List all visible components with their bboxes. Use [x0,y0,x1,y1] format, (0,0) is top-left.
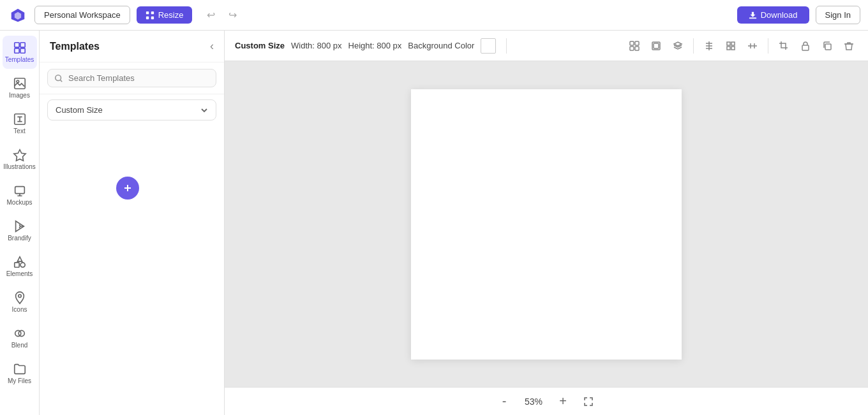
panel-filter-area: Custom Size [40,94,224,126]
sidebar-item-label: My Files [8,377,31,385]
sidebar-item-illustrations[interactable]: Illustrations [3,143,37,176]
sidebar-item-blend[interactable]: Blend [3,321,37,354]
layers-button[interactable] [669,37,687,55]
bg-color-swatch[interactable] [481,38,496,54]
search-input[interactable] [68,73,209,83]
svg-rect-21 [630,41,634,45]
search-box [47,69,216,87]
sidebar-item-text[interactable]: Text [3,107,37,140]
app-logo[interactable] [8,5,28,25]
canvas-size-label: Custom Size [235,41,285,50]
sidebar-item-label: Icons [12,306,27,314]
canvas-width-label: Width: 800 px [291,41,342,50]
filter-dropdown[interactable]: Custom Size [47,99,216,120]
resize-button[interactable]: Resize [137,6,193,24]
filter-label: Custom Size [56,105,103,115]
canvas-size-info: Custom Size Width: 800 px Height: 800 px… [235,38,496,54]
canvas-white-area[interactable] [411,89,682,360]
sidebar-item-label: Brandify [8,235,31,242]
main-layout: Templates Images Text Illustrations [0,31,868,415]
svg-rect-29 [727,47,730,50]
sidebar-item-label: Blend [11,342,28,349]
svg-rect-26 [654,43,659,48]
canvas-area: Custom Size Width: 800 px Height: 800 px… [225,31,868,415]
workspace-button[interactable]: Personal Workspace [34,6,130,24]
panel-collapse-button[interactable]: ‹ [210,40,214,53]
sidebar-item-images[interactable]: Images [3,71,37,105]
sidebar-item-icons[interactable]: Icons [3,286,37,319]
svg-rect-3 [151,11,153,13]
sidebar-item-label: Mockups [6,199,32,207]
svg-rect-31 [802,45,809,50]
svg-rect-16 [14,263,19,267]
download-button[interactable]: Download [737,6,809,24]
undo-redo-group: ↩ ↪ [201,6,242,25]
sidebar-item-brandify[interactable]: Brandify [3,214,37,247]
lock-button[interactable] [797,37,814,55]
delete-button[interactable] [840,37,858,55]
templates-panel: Templates ‹ Custom Size [40,31,225,415]
svg-rect-8 [20,43,24,47]
svg-point-15 [20,263,24,267]
svg-point-20 [56,75,61,80]
stack-button[interactable] [722,37,740,55]
svg-point-17 [18,295,21,298]
distribute-button[interactable] [744,37,761,55]
svg-rect-30 [731,47,735,50]
add-template-button[interactable] [116,177,139,200]
canvas-workspace[interactable] [225,61,868,387]
sidebar-item-myfiles[interactable]: My Files [3,357,37,390]
canvas-height-label: Height: 800 px [348,41,402,50]
sidebar-item-label: Images [9,92,30,99]
layout-grid-button[interactable] [625,37,643,55]
zoom-bar: - 53% + [225,387,868,415]
sidebar-item-label: Templates [5,56,34,64]
signin-button[interactable]: Sign In [816,6,860,24]
panel-title: Templates [50,41,100,52]
svg-rect-11 [14,78,25,89]
svg-rect-27 [727,42,730,45]
align-button[interactable] [700,37,718,55]
svg-rect-28 [731,42,735,45]
sidebar-item-elements[interactable]: Elements [3,250,37,283]
svg-rect-2 [146,11,149,13]
zoom-in-button[interactable]: + [554,393,572,411]
svg-rect-7 [14,43,19,47]
frame-button[interactable] [647,37,665,55]
svg-rect-9 [14,48,19,53]
redo-button[interactable]: ↪ [223,6,242,25]
svg-rect-23 [630,47,634,50]
panel-header: Templates ‹ [40,31,224,62]
svg-rect-14 [15,187,24,194]
toolbar-divider-2 [693,38,694,54]
fullscreen-icon [583,397,594,407]
svg-rect-10 [20,48,24,53]
svg-rect-22 [635,41,639,45]
bg-color-label: Background Color [408,41,474,50]
svg-rect-6 [749,18,756,19]
app-header: Personal Workspace Resize ↩ ↪ Download S… [0,0,868,31]
undo-button[interactable]: ↩ [201,6,220,25]
toolbar-divider-3 [768,38,768,54]
fullscreen-button[interactable] [580,393,597,411]
svg-rect-24 [635,47,639,50]
svg-rect-4 [146,16,149,18]
zoom-out-button[interactable]: - [495,393,513,411]
crop-button[interactable] [775,37,793,55]
svg-point-12 [16,80,19,83]
svg-point-19 [19,330,24,336]
sidebar-item-label: Text [13,127,25,135]
zoom-level-display: 53% [521,397,546,407]
plus-icon [122,182,133,194]
search-icon [54,74,63,83]
sidebar-item-label: Illustrations [3,163,36,171]
canvas-toolbar: Custom Size Width: 800 px Height: 800 px… [225,31,868,61]
sidebar-item-templates[interactable]: Templates [3,36,37,69]
sidebar-item-mockups[interactable]: Mockups [3,178,37,212]
canvas-toolbar-right [625,37,858,55]
header-right: Download Sign In [737,6,860,24]
icon-sidebar: Templates Images Text Illustrations [0,31,40,415]
duplicate-button[interactable] [818,37,836,55]
sidebar-item-label: Elements [6,270,33,278]
panel-content [40,126,224,415]
